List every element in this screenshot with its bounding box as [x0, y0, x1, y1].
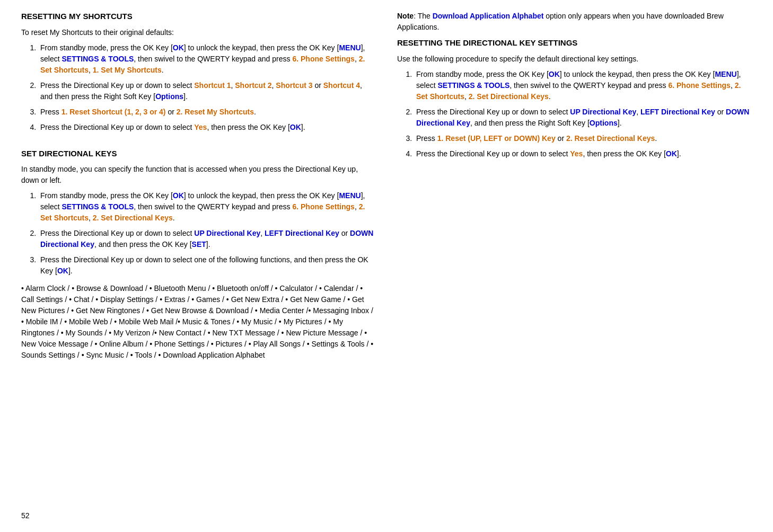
list-item: Press the Directional Key up or down to … [38, 254, 376, 277]
shortcut-1: Shortcut 1 [194, 81, 231, 90]
up-directional-key-2: UP Directional Key [570, 108, 636, 116]
yes-2: Yes [570, 149, 583, 158]
page-number: 52 [21, 510, 30, 521]
ok-key-3: OK [173, 191, 184, 200]
note-paragraph: Note: The Download Application Alphabet … [397, 11, 752, 33]
ok-key-5: OK [549, 70, 560, 78]
reset-directional-keys: 2. Reset Directional Keys [566, 134, 655, 143]
section-title-resetting-directional: RESETTING THE DIRECTIONAL KEY SETTINGS [397, 37, 752, 49]
directional-keys-steps: From standby mode, press the OK Key [OK]… [38, 190, 376, 277]
section-intro-directional: In standby mode, you can specify the fun… [21, 164, 376, 186]
left-directional-key-1: LEFT Directional Key [265, 229, 339, 237]
set-directional-keys-2: 2. Set Directional Keys [469, 92, 549, 101]
phone-settings-2: 6. Phone Settings [292, 202, 354, 211]
functions-list: • Alarm Clock / • Browse & Download / • … [21, 283, 376, 361]
list-item: Press the Directional Key up or down to … [38, 122, 376, 133]
ok-key-6: OK [666, 149, 677, 158]
options-key-1: Options [155, 92, 183, 101]
menu-key-2: MENU [339, 191, 361, 200]
settings-tools-1: SETTINGS & TOOLS [62, 55, 134, 63]
ok-key-4: OK [57, 267, 68, 275]
left-column: RESETTING MY SHORTCUTS To reset My Short… [21, 11, 376, 365]
settings-tools-2: SETTINGS & TOOLS [62, 202, 134, 211]
list-item: Press the Directional Key up or down to … [38, 228, 376, 250]
list-item: Press 1. Reset (UP, LEFT or DOWN) Key or… [414, 133, 752, 144]
phone-settings-1: 6. Phone Settings [292, 55, 354, 63]
set-key: SET [192, 240, 206, 249]
left-directional-key-2: LEFT Directional Key [640, 108, 715, 116]
phone-settings-3: 6. Phone Settings [668, 81, 730, 90]
set-my-shortcuts: 1. Set My Shortcuts [93, 66, 162, 74]
list-item: Press the Directional Key up or down to … [38, 80, 376, 102]
menu-key-3: MENU [715, 70, 736, 78]
section-title-resetting-shortcuts: RESETTING MY SHORTCUTS [21, 11, 376, 23]
set-directional-keys: 2. Set Directional Keys [93, 214, 173, 222]
resetting-directional-steps: From standby mode, press the OK Key [OK]… [414, 69, 752, 159]
reset-my-shortcuts: 2. Reset My Shortcuts [177, 108, 254, 116]
section-set-directional-keys: SET DIRECTIONAL KEYS In standby mode, yo… [21, 148, 376, 361]
ok-key-1: OK [173, 43, 184, 52]
section-resetting-shortcuts: RESETTING MY SHORTCUTS To reset My Short… [21, 11, 376, 133]
download-app-alphabet-link: Download Application Alphabet [433, 12, 544, 20]
options-key-2: Options [590, 119, 618, 127]
reset-shortcut: 1. Reset Shortcut (1, 2, 3 or 4) [62, 108, 166, 116]
settings-tools-3: SETTINGS & TOOLS [437, 81, 510, 90]
section-title-directional-keys: SET DIRECTIONAL KEYS [21, 148, 376, 160]
section-intro-resetting-directional: Use the following procedure to specify t… [397, 54, 752, 65]
yes-1: Yes [194, 123, 207, 131]
shortcut-3: Shortcut 3 [276, 81, 312, 90]
menu-key-1: MENU [339, 43, 361, 52]
list-item: Press 1. Reset Shortcut (1, 2, 3 or 4) o… [38, 107, 376, 118]
page-container: RESETTING MY SHORTCUTS To reset My Short… [21, 11, 752, 365]
section-intro-resetting: To reset My Shortcuts to their original … [21, 27, 376, 38]
reset-up-left-down: 1. Reset (UP, LEFT or DOWN) Key [437, 134, 556, 143]
up-directional-key-1: UP Directional Key [194, 229, 260, 237]
resetting-shortcuts-steps: From standby mode, press the OK Key [OK]… [38, 42, 376, 133]
ok-key-2: OK [290, 123, 301, 131]
right-column: Note: The Download Application Alphabet … [397, 11, 752, 365]
section-resetting-directional-settings: RESETTING THE DIRECTIONAL KEY SETTINGS U… [397, 37, 752, 159]
list-item: Press the Directional Key up or down to … [414, 148, 752, 159]
shortcut-4: Shortcut 4 [323, 81, 360, 90]
list-item: Press the Directional Key up or down to … [414, 107, 752, 129]
shortcut-2: Shortcut 2 [235, 81, 271, 90]
list-item: From standby mode, press the OK Key [OK]… [38, 190, 376, 224]
list-item: From standby mode, press the OK Key [OK]… [414, 69, 752, 102]
note-label: Note [397, 12, 414, 20]
list-item: From standby mode, press the OK Key [OK]… [38, 42, 376, 76]
